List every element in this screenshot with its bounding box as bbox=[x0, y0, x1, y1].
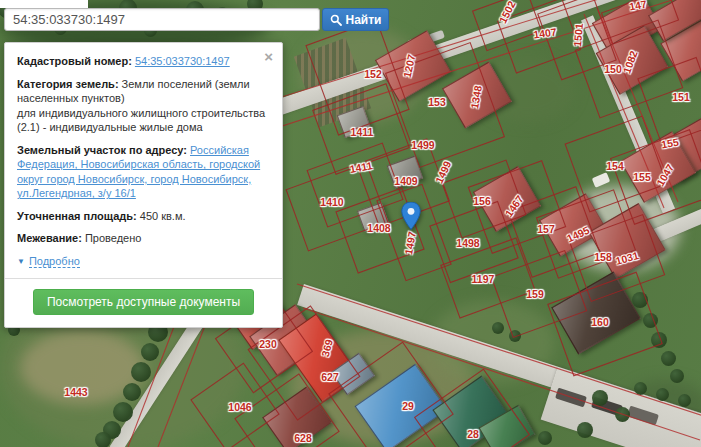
parcel-number-label[interactable]: 1411 bbox=[349, 159, 374, 175]
tree bbox=[492, 322, 504, 334]
search-button-label: Найти bbox=[346, 13, 382, 27]
survey-row: Межевание: Проведено bbox=[17, 231, 270, 246]
top-panel-fragment bbox=[0, 0, 88, 8]
tree bbox=[632, 292, 648, 308]
parcel-info-popup: × Кадастровый номер: 54:35:033730:1497 К… bbox=[4, 42, 283, 328]
chevron-down-icon: ▼ bbox=[17, 257, 25, 266]
address-label: Земельный участок по адресу: bbox=[17, 144, 187, 156]
location-pin-icon bbox=[401, 202, 421, 230]
tree bbox=[634, 382, 647, 395]
category-extra: для индивидуального жилищного строительс… bbox=[17, 107, 265, 134]
tree bbox=[592, 390, 608, 406]
tree bbox=[113, 402, 133, 422]
tree bbox=[538, 431, 552, 445]
category-label: Категория земель: bbox=[17, 78, 119, 90]
cadnum-row: Кадастровый номер: 54:35:033730:1497 bbox=[17, 54, 270, 69]
parcel-number-label[interactable]: 1498 bbox=[456, 237, 479, 249]
area-value: 450 кв.м. bbox=[140, 210, 186, 222]
search-input[interactable] bbox=[4, 8, 320, 31]
parcel-number-label[interactable]: 1410 bbox=[320, 196, 343, 208]
building bbox=[387, 156, 423, 189]
close-icon[interactable]: × bbox=[264, 49, 273, 64]
survey-label: Межевание: bbox=[17, 232, 82, 244]
category-row: Категория земель: Земли поселений (земли… bbox=[17, 77, 270, 135]
cadnum-link[interactable]: 54:35:033730:1497 bbox=[135, 55, 230, 67]
tree bbox=[615, 407, 630, 422]
tree bbox=[123, 383, 141, 401]
tree bbox=[509, 330, 521, 342]
popup-divider bbox=[5, 278, 282, 279]
building bbox=[473, 166, 541, 232]
details-link[interactable]: Подробно bbox=[29, 255, 80, 268]
parcel-number-label[interactable]: 153 bbox=[428, 96, 446, 108]
tree bbox=[643, 313, 658, 328]
parcel-number-label[interactable]: 151 bbox=[672, 91, 690, 103]
parcel-number-label[interactable]: 1499 bbox=[433, 159, 454, 185]
building bbox=[357, 202, 389, 232]
area-label: Уточненная площадь: bbox=[17, 210, 137, 222]
parcel-number-label[interactable]: 1499 bbox=[411, 139, 434, 151]
building bbox=[551, 272, 640, 355]
tree bbox=[141, 343, 159, 361]
parcel-number-label[interactable]: 1197 bbox=[472, 273, 495, 285]
details-row: ▼Подробно bbox=[17, 254, 270, 269]
survey-value: Проведено bbox=[85, 232, 141, 244]
search-icon bbox=[330, 14, 342, 26]
tree bbox=[678, 394, 691, 407]
tree bbox=[577, 422, 593, 438]
area-row: Уточненная площадь: 450 кв.м. bbox=[17, 209, 270, 224]
tree bbox=[95, 432, 111, 447]
parcel-number-label[interactable]: 1407 bbox=[533, 25, 558, 40]
search-button[interactable]: Найти bbox=[322, 8, 389, 31]
tree bbox=[670, 369, 684, 383]
cadnum-label: Кадастровый номер: bbox=[17, 55, 132, 67]
tree bbox=[131, 362, 151, 382]
parcel-number-label[interactable]: 159 bbox=[526, 288, 544, 300]
cadastral-map-app: 1521207153134814111499141114991409141015… bbox=[0, 0, 701, 447]
tree bbox=[656, 388, 669, 401]
parcel-number-label[interactable]: 1497 bbox=[402, 230, 418, 255]
address-row: Земельный участок по адресу: Российская … bbox=[17, 143, 270, 201]
tree bbox=[661, 351, 676, 366]
view-documents-button[interactable]: Посмотреть доступные документы bbox=[33, 289, 254, 315]
tree bbox=[651, 332, 667, 348]
